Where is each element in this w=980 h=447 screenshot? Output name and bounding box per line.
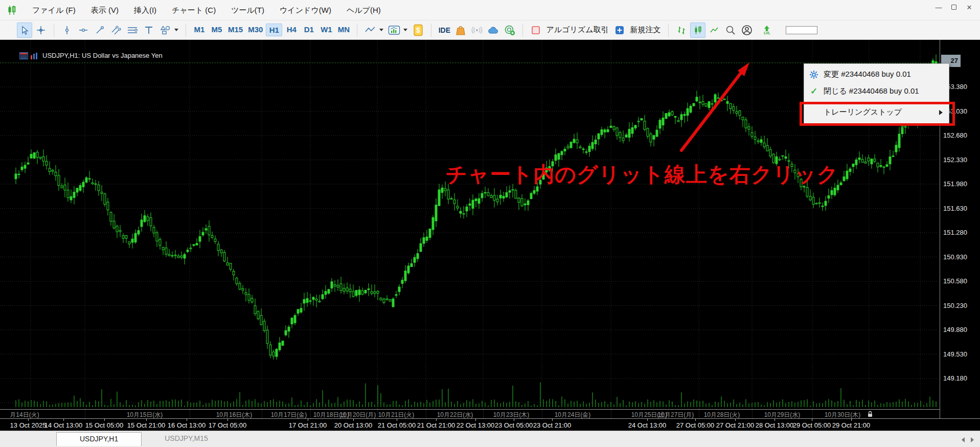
minimize-button[interactable]: — [931, 1, 946, 13]
candlestick-mode-button[interactable] [690, 23, 705, 38]
time-axis-label: 21 Oct 05:00 [378, 421, 416, 429]
tab-nav [962, 437, 974, 442]
line-chart-mode-button[interactable] [706, 23, 722, 38]
account-button[interactable] [739, 23, 755, 38]
timeframe-mn[interactable]: MN [335, 24, 352, 36]
line-chart-type-button[interactable] [362, 23, 378, 38]
timeframe-m5[interactable]: M5 [209, 24, 225, 36]
new-order-button[interactable] [612, 23, 627, 38]
menu-item-2[interactable]: 挿入(I) [126, 6, 164, 14]
timeframe-m30[interactable]: M30 [246, 24, 265, 36]
time-axis-tick [146, 419, 147, 421]
time-axis-label: 27 Oct 21:00 [716, 421, 754, 429]
community-button[interactable] [502, 23, 517, 38]
restore-button[interactable] [946, 1, 962, 13]
time-axis-tick [63, 419, 64, 421]
period-separator [377, 410, 378, 418]
text-tool-button[interactable] [141, 23, 156, 38]
menu-item-5[interactable]: ウインドウ(W) [272, 6, 339, 14]
timeframe-h1[interactable]: H1 [266, 24, 282, 36]
context-menu-label: 変更 #23440468 buy 0.01 [824, 70, 911, 79]
period-axis-label: 10月22日(水) [437, 411, 473, 418]
close-button[interactable]: ✕ [962, 1, 977, 13]
period-separator [812, 410, 813, 418]
timeframe-m15[interactable]: M15 [226, 24, 245, 36]
tab-nav-left-icon[interactable] [962, 437, 965, 442]
period-separator [483, 410, 484, 418]
time-axis-label: 21 Oct 21:00 [417, 421, 455, 429]
shapes-tool-button[interactable] [157, 23, 173, 38]
annotation-highlight-box [800, 102, 955, 126]
time-axis-tick [308, 419, 308, 421]
search-button[interactable] [723, 23, 738, 38]
channel-tool-button[interactable] [108, 23, 124, 38]
time-axis-label: 16 Oct 13:00 [168, 421, 206, 429]
timeframe-d1[interactable]: D1 [301, 24, 317, 36]
shapes-dropdown-icon[interactable] [174, 29, 178, 31]
indicators-dropdown-icon[interactable] [403, 29, 407, 31]
time-axis-tick [475, 419, 476, 421]
algo-trading-button[interactable] [528, 23, 543, 38]
indicators-button[interactable] [386, 23, 402, 38]
time-axis-label: 28 Oct 13:00 [756, 421, 793, 429]
trendline-tool-button[interactable] [92, 23, 107, 38]
level-up-button[interactable]: LVL [759, 23, 774, 38]
period-axis-label: 10月17日(金) [271, 411, 307, 418]
ide-label: IDE [439, 26, 450, 34]
period-axis-label: 10月15日(水) [127, 411, 163, 418]
new-order-label[interactable]: 新規注文 [630, 25, 660, 35]
chart-area[interactable]: USDJPY,H1: US Dollar vs Japanese Yen チャー… [0, 40, 980, 431]
period-separator [310, 410, 311, 418]
time-axis-tick [227, 419, 228, 421]
period-separator [611, 410, 611, 418]
context-menu-label: 閉じる #23440468 buy 0.01 [824, 86, 919, 96]
chart-tab-1[interactable]: USDJPY,M15 [142, 432, 231, 446]
horizontal-line-tool-button[interactable] [76, 23, 91, 38]
time-axis-tick [436, 419, 437, 421]
period-separator [262, 410, 262, 418]
menu-item-0[interactable]: ファイル (F) [25, 6, 83, 14]
chart-tab-0[interactable]: USDJPY,H1 [56, 432, 142, 446]
ide-button[interactable]: IDE [437, 23, 452, 38]
market-button[interactable] [453, 23, 468, 38]
bar-chart-mode-button[interactable] [674, 23, 689, 38]
menu-item-3[interactable]: チャート (C) [164, 6, 223, 14]
svg-text:$: $ [416, 26, 420, 34]
period-axis-label: 月14日(火) [10, 411, 39, 418]
timeframe-h4[interactable]: H4 [283, 24, 300, 36]
period-separator [190, 410, 190, 418]
period-axis: 月14日(火)10月15日(水)10月16日(木)10月17日(金)10月18日… [0, 409, 940, 418]
vertical-line-tool-button[interactable] [59, 23, 75, 38]
timeframe-w1[interactable]: W1 [318, 24, 334, 36]
period-separator [542, 410, 542, 418]
context-menu-item-1[interactable]: ✓閉じる #23440468 buy 0.01 [804, 83, 949, 100]
price-label: 151.630 [943, 205, 967, 212]
price-label: 151.980 [943, 180, 967, 188]
chart-title-text: USDJPY,H1: US Dollar vs Japanese Yen [42, 52, 163, 59]
menu-item-1[interactable]: 表示 (V) [83, 6, 126, 14]
chart-tab-bar: USDJPY,H1USDJPY,M15 [0, 431, 980, 447]
period-axis-label: 10月20日(月) [340, 411, 376, 418]
period-axis-label: 10月29日(水) [764, 411, 801, 418]
menu-item-4[interactable]: ツール(T) [223, 6, 272, 14]
signals-button[interactable] [469, 23, 485, 38]
time-axis-label: 23 Oct 05:00 [495, 421, 533, 429]
period-axis-label: 10月27日(月) [658, 411, 694, 418]
app-logo-icon [6, 5, 17, 16]
fibonacci-tool-button[interactable] [125, 23, 140, 38]
annotation-text: チャート内のグリット線上を右クリック [446, 161, 839, 189]
cloud-button[interactable] [486, 23, 501, 38]
algo-trading-label[interactable]: アルゴリズム取引 [546, 25, 608, 35]
crosshair-tool-button[interactable] [33, 23, 49, 38]
timeframe-m1[interactable]: M1 [191, 24, 208, 36]
chart-lock-icon[interactable] [868, 411, 873, 417]
cursor-tool-button[interactable] [17, 23, 32, 38]
time-axis-tick [397, 419, 397, 421]
chart-type-dropdown-icon[interactable] [379, 29, 383, 31]
time-axis-tick [851, 419, 852, 421]
dollar-button[interactable]: $ [411, 23, 426, 38]
tab-nav-right-icon[interactable] [971, 437, 974, 442]
menu-item-6[interactable]: ヘルプ(H) [339, 6, 389, 14]
context-menu-item-0[interactable]: 変更 #23440468 buy 0.01 [804, 66, 949, 83]
candlestick-chart[interactable] [0, 40, 940, 409]
